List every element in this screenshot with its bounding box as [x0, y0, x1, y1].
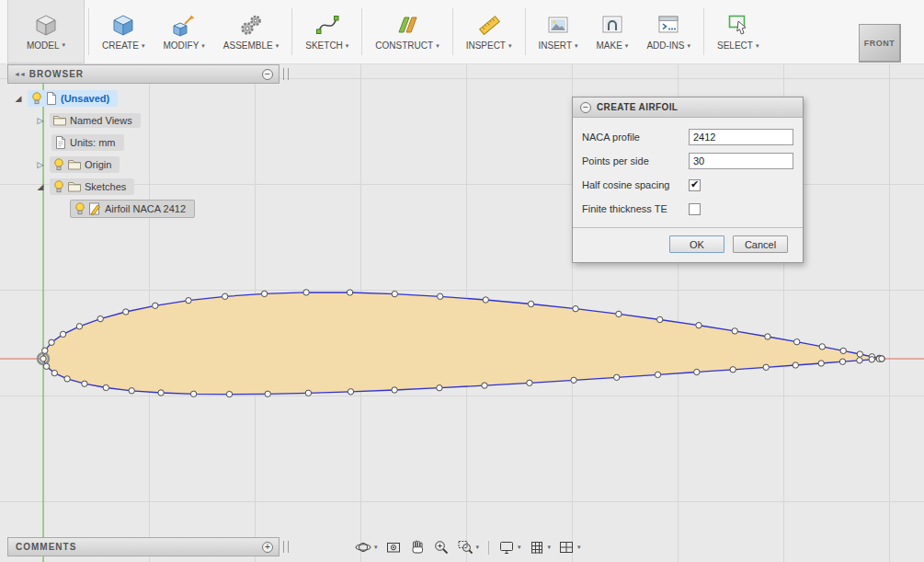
collapse-browser-icon[interactable] [262, 69, 273, 80]
sketch-point[interactable] [839, 359, 845, 364]
origin-chip[interactable]: Origin [50, 156, 120, 173]
collapse-panel-icon[interactable]: ◄◄ [14, 71, 25, 77]
tree-row-origin[interactable]: Origin [7, 154, 195, 176]
sketch-point[interactable] [763, 364, 769, 370]
dialog-title-bar[interactable]: CREATE AIRFOIL [573, 97, 803, 118]
toolbar-button-modify[interactable]: MODIFY [154, 0, 213, 63]
sketch-point[interactable] [153, 303, 158, 308]
sketch-point[interactable] [483, 297, 488, 303]
tree-row-sketches[interactable]: Sketches [7, 176, 195, 198]
sketch-point[interactable] [303, 290, 309, 295]
sketch-point[interactable] [60, 331, 65, 337]
sketch-point[interactable] [793, 362, 798, 368]
sketch-point[interactable] [482, 383, 487, 388]
orbit-button[interactable] [352, 537, 381, 557]
sketch-point[interactable] [573, 306, 578, 312]
sketch-point[interactable] [818, 361, 824, 366]
sketch-point[interactable] [82, 381, 87, 386]
toolbar-button-make[interactable]: MAKE [587, 0, 638, 63]
collapsed-arrow-icon[interactable] [35, 116, 46, 125]
bulb-icon[interactable] [31, 92, 42, 105]
toolbar-button-sketch[interactable]: SKETCH [296, 0, 358, 63]
airfoil-profile[interactable] [43, 292, 882, 395]
sketch-point[interactable] [696, 323, 702, 328]
toolbar-button-create[interactable]: CREATE [93, 0, 154, 63]
comments-panel-header[interactable]: COMMENTS [7, 537, 279, 556]
sketch-point[interactable] [528, 301, 533, 306]
collapse-dialog-icon[interactable] [580, 102, 591, 113]
sketch-point[interactable] [51, 370, 57, 375]
sketch-point[interactable] [655, 372, 660, 377]
sketch-point[interactable] [392, 291, 397, 296]
sketch-point[interactable] [392, 387, 397, 393]
toolbar-button-insert[interactable]: INSERT [530, 0, 587, 63]
sketch-point[interactable] [869, 357, 874, 362]
naca-profile-input[interactable] [689, 129, 793, 145]
airfoil-sketch-chip[interactable]: Airfoil NACA 2412 [70, 200, 195, 218]
grid-settings-button[interactable] [526, 537, 554, 557]
half-cosine-checkbox[interactable] [689, 179, 701, 191]
sketch-point[interactable] [730, 367, 736, 373]
sketch-point[interactable] [794, 339, 800, 345]
tree-row-document[interactable]: (Unsaved) [7, 87, 195, 109]
tree-row-units[interactable]: Units: mm [7, 132, 195, 154]
sketch-point[interactable] [819, 344, 825, 350]
expanded-arrow-icon[interactable] [13, 94, 24, 103]
sketch-point[interactable] [857, 358, 862, 363]
points-per-side-input[interactable] [689, 153, 793, 169]
pan-button[interactable] [406, 537, 428, 557]
sketch-point[interactable] [657, 316, 663, 322]
sketch-point[interactable] [732, 328, 737, 334]
sketch-point[interactable] [76, 324, 82, 329]
toolbar-button-assemble[interactable]: ASSEMBLE [214, 0, 288, 63]
toolbar-button-construct[interactable]: CONSTRUCT [366, 0, 448, 63]
sketch-point[interactable] [40, 356, 46, 361]
toolbar-button-add-ins[interactable]: ADD-INS [637, 0, 700, 63]
cancel-button[interactable]: Cancel [733, 235, 788, 253]
bulb-icon[interactable] [53, 180, 64, 193]
fit-button[interactable] [454, 537, 483, 557]
sketch-point[interactable] [123, 309, 129, 315]
viewports-button[interactable] [555, 537, 584, 557]
sketch-point[interactable] [97, 315, 103, 321]
tree-row-named-views[interactable]: Named Views [7, 109, 195, 132]
sketch-point[interactable] [571, 377, 576, 383]
sketch-point[interactable] [438, 293, 443, 299]
panel-grip[interactable] [283, 68, 289, 80]
browser-panel-header[interactable]: ◄◄ BROWSER [7, 64, 279, 84]
bulb-icon[interactable] [53, 158, 64, 171]
collapsed-arrow-icon[interactable] [35, 160, 46, 169]
sketches-chip[interactable]: Sketches [50, 178, 134, 195]
sketch-point[interactable] [879, 356, 884, 361]
sketch-point[interactable] [49, 339, 54, 345]
display-settings-button[interactable] [496, 537, 524, 557]
zoom-button[interactable] [430, 537, 452, 557]
sketch-point[interactable] [222, 293, 228, 299]
sketch-point[interactable] [527, 380, 532, 385]
sketch-point[interactable] [347, 290, 352, 295]
sketch-point[interactable] [103, 384, 108, 390]
document-chip[interactable]: (Unsaved) [28, 90, 118, 107]
sketch-point[interactable] [261, 291, 267, 296]
bulb-icon[interactable] [74, 202, 86, 215]
sketch-point[interactable] [186, 298, 191, 304]
sketch-point[interactable] [43, 363, 49, 369]
units-chip[interactable]: Units: mm [51, 134, 124, 151]
named-views-chip[interactable]: Named Views [50, 113, 141, 128]
ok-button[interactable]: OK [669, 235, 724, 253]
sketch-point[interactable] [437, 385, 442, 391]
sketch-point[interactable] [190, 391, 196, 396]
sketch-point[interactable] [42, 348, 48, 353]
sketch-point[interactable] [226, 391, 232, 396]
sketch-point[interactable] [614, 374, 620, 380]
toolbar-button-model[interactable]: MODEL [7, 0, 85, 63]
expand-comments-icon[interactable] [262, 542, 273, 553]
sketch-point[interactable] [857, 351, 862, 357]
sketch-point[interactable] [765, 334, 770, 339]
sketch-point[interactable] [265, 391, 270, 396]
sketch-point[interactable] [694, 369, 700, 374]
sketch-point[interactable] [840, 348, 846, 353]
sketch-point[interactable] [616, 311, 622, 316]
sketch-point[interactable] [64, 376, 70, 382]
toolbar-button-select[interactable]: SELECT [708, 0, 768, 63]
